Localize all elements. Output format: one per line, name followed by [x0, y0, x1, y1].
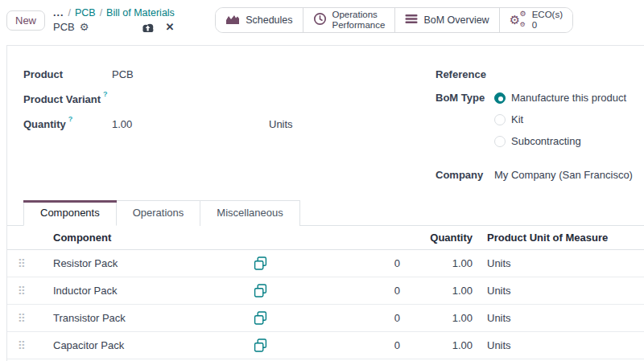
company-field-row: Company My Company (San Francisco) — [436, 162, 644, 187]
bom-type-radio-group: Manufacture this product Kit Subcontract… — [494, 87, 626, 152]
form-right-column: Reference BoM Type Manufacture this prod… — [436, 62, 644, 187]
extra-count-cell: 0 — [286, 312, 407, 324]
quantity-cell[interactable]: 1.00 — [407, 339, 477, 351]
radio-manufacture-this-product[interactable]: Manufacture this product — [494, 87, 626, 109]
quantity-uom-value[interactable]: Units — [269, 118, 293, 130]
clock-icon — [313, 12, 327, 28]
form-sheet: Product PCB Product Variant? Quantity? 1… — [6, 45, 644, 361]
product-value[interactable]: PCB — [112, 68, 134, 80]
record-title: PCB — [53, 20, 75, 35]
discard-close-icon[interactable]: ✕ — [165, 20, 174, 35]
list-icon — [405, 14, 418, 27]
duplicate-icon[interactable] — [254, 338, 267, 352]
quantity-field-row: Quantity? 1.00 Units — [23, 112, 436, 137]
drag-handle-icon[interactable]: ⠿ — [18, 313, 26, 324]
radio-label: Manufacture this product — [511, 92, 626, 104]
duplicate-icon[interactable] — [254, 256, 267, 270]
schedules-button[interactable]: Schedules — [216, 8, 302, 32]
operations-performance-label-line2: Performance — [332, 20, 386, 30]
breadcrumb-separator: / — [68, 6, 70, 20]
radio-kit[interactable]: Kit — [494, 109, 626, 130]
eco-count: 0 — [532, 20, 537, 30]
product-variant-field-row: Product Variant? — [23, 87, 436, 112]
operations-performance-button[interactable]: Operations Performance — [303, 8, 395, 32]
product-field-row: Product PCB — [23, 62, 436, 87]
quantity-value[interactable]: 1.00 — [112, 118, 269, 130]
tab-components[interactable]: Components — [23, 200, 117, 226]
components-table: Component Quantity Product Unit of Measu… — [7, 226, 644, 359]
uom-cell[interactable]: Units — [477, 285, 644, 297]
radio-subcontracting[interactable]: Subcontracting — [494, 130, 626, 152]
drag-handle-icon[interactable]: ⠿ — [18, 285, 26, 297]
bom-overview-label: BoM Overview — [423, 14, 489, 26]
breadcrumb-separator: / — [100, 6, 102, 20]
quantity-cell[interactable]: 1.00 — [407, 285, 477, 297]
schedules-label: Schedules — [246, 14, 292, 26]
company-value[interactable]: My Company (San Francisco) — [494, 169, 633, 181]
reference-label: Reference — [436, 68, 494, 80]
drag-handle-icon[interactable]: ⠿ — [18, 340, 26, 351]
reference-field-row: Reference — [436, 62, 644, 87]
uom-cell[interactable]: Units — [477, 257, 644, 269]
radio-unselected-icon[interactable] — [494, 114, 506, 125]
breadcrumb-item-pcb[interactable]: PCB — [75, 6, 96, 20]
quantity-cell[interactable]: 1.00 — [407, 257, 477, 269]
record-settings-gear-icon[interactable]: ⚙ — [80, 20, 89, 35]
radio-selected-icon[interactable] — [494, 92, 506, 104]
uom-cell[interactable]: Units — [477, 339, 644, 351]
component-name-cell[interactable]: Resistor Pack — [36, 257, 254, 269]
component-name-cell[interactable]: Inductor Pack — [36, 285, 254, 297]
breadcrumb: ... / PCB / Bill of Materials PCB ⚙ — [53, 6, 175, 35]
component-name-cell[interactable]: Capacitor Pack — [36, 339, 254, 351]
form-fields: Product PCB Product Variant? Quantity? 1… — [7, 46, 644, 187]
uom-column-header[interactable]: Product Unit of Measure — [477, 232, 644, 244]
help-icon[interactable]: ? — [68, 115, 73, 123]
extra-count-cell: 0 — [286, 257, 407, 269]
component-column-header[interactable]: Component — [36, 232, 254, 244]
extra-count-cell: 0 — [286, 285, 407, 297]
tab-miscellaneous[interactable]: Miscellaneous — [200, 200, 299, 226]
table-row[interactable]: ⠿ Inductor Pack 0 1.00 Units — [7, 277, 644, 305]
extra-count-cell: 0 — [286, 339, 407, 351]
component-name-cell[interactable]: Transistor Pack — [36, 312, 254, 324]
quantity-cell[interactable]: 1.00 — [407, 312, 477, 324]
stat-button-group: Schedules Operations Performance — [215, 7, 573, 33]
new-button[interactable]: New — [6, 10, 45, 31]
radio-label: Kit — [511, 113, 523, 125]
table-row[interactable]: ⠿ Capacitor Pack 0 1.00 Units — [7, 332, 644, 359]
company-label: Company — [436, 169, 494, 181]
help-icon[interactable]: ? — [103, 90, 108, 98]
product-label: Product — [23, 68, 112, 80]
eco-button[interactable]: ⚙⚙⚙ ECO(s) 0 — [499, 8, 572, 32]
drag-handle-icon[interactable]: ⠿ — [18, 258, 26, 269]
top-bar: New ... / PCB / Bill of Materials PCB ⚙ — [0, 0, 644, 40]
operations-performance-label-line1: Operations — [332, 10, 378, 19]
uom-cell[interactable]: Units — [477, 312, 644, 324]
table-header-row: Component Quantity Product Unit of Measu… — [7, 226, 644, 250]
bom-type-field-row: BoM Type Manufacture this product Kit — [436, 87, 644, 152]
form-left-column: Product PCB Product Variant? Quantity? 1… — [23, 62, 436, 187]
duplicate-icon[interactable] — [254, 284, 267, 297]
gears-icon: ⚙⚙⚙ — [510, 13, 526, 27]
notebook-tab-bar: Components Operations Miscellaneous — [7, 200, 644, 226]
tab-operations[interactable]: Operations — [117, 200, 201, 226]
product-variant-label: Product Variant? — [23, 93, 112, 105]
table-row[interactable]: ⠿ Resistor Pack 0 1.00 Units — [7, 250, 644, 277]
breadcrumb-ellipsis[interactable]: ... — [53, 6, 64, 20]
bom-overview-button[interactable]: BoM Overview — [394, 8, 498, 32]
bom-type-label: BoM Type — [436, 87, 494, 109]
area-chart-icon — [225, 14, 240, 27]
duplicate-icon[interactable] — [254, 311, 267, 325]
radio-unselected-icon[interactable] — [494, 136, 506, 147]
table-row[interactable]: ⠿ Transistor Pack 0 1.00 Units — [7, 305, 644, 332]
bom-form-page: New ... / PCB / Bill of Materials PCB ⚙ — [0, 0, 644, 361]
quantity-label: Quantity? — [23, 118, 112, 130]
save-cloud-icon[interactable] — [140, 23, 155, 33]
eco-label: ECO(s) — [532, 10, 563, 19]
quantity-column-header[interactable]: Quantity — [407, 232, 477, 244]
breadcrumb-item-bill-of-materials[interactable]: Bill of Materials — [106, 6, 175, 20]
radio-label: Subcontracting — [511, 135, 581, 147]
record-save-cluster: ✕ — [140, 20, 174, 35]
